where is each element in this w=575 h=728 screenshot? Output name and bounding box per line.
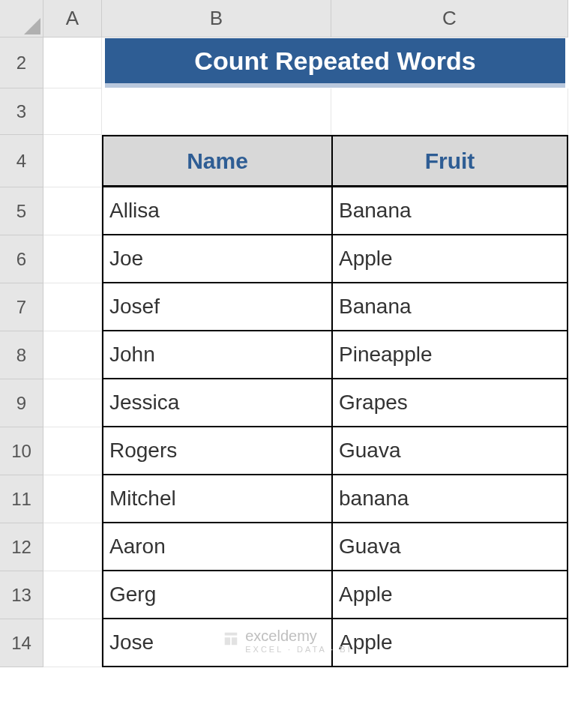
row-header-5[interactable]: 5 bbox=[0, 187, 43, 235]
table-row[interactable]: Banana bbox=[331, 283, 568, 331]
row-header-11[interactable]: 11 bbox=[0, 475, 43, 523]
cell-a12[interactable] bbox=[43, 523, 102, 571]
table-row[interactable]: Allisa bbox=[102, 187, 331, 235]
table-row[interactable]: Aaron bbox=[102, 523, 331, 571]
table-header-fruit[interactable]: Fruit bbox=[331, 135, 568, 187]
cell-c3[interactable] bbox=[331, 88, 568, 135]
column-header-b[interactable]: B bbox=[102, 0, 331, 37]
table-header-name[interactable]: Name bbox=[102, 135, 331, 187]
table-row[interactable]: Gerg bbox=[102, 571, 331, 619]
row-header-14[interactable]: 14 bbox=[0, 619, 43, 667]
row-header-9[interactable]: 9 bbox=[0, 379, 43, 427]
row-header-8[interactable]: 8 bbox=[0, 331, 43, 379]
row-header-4[interactable]: 4 bbox=[0, 135, 43, 187]
table-row[interactable]: Guava bbox=[331, 427, 568, 475]
table-row[interactable]: Apple bbox=[331, 619, 568, 667]
table-row[interactable]: Guava bbox=[331, 523, 568, 571]
table-row[interactable]: Josef bbox=[102, 283, 331, 331]
column-header-a[interactable]: A bbox=[43, 0, 102, 37]
spreadsheet: A B C 2 Count Repeated Words 3 4 Name Fr… bbox=[0, 0, 575, 667]
table-row[interactable]: banana bbox=[331, 475, 568, 523]
row-header-13[interactable]: 13 bbox=[0, 571, 43, 619]
table-row[interactable]: Apple bbox=[331, 235, 568, 283]
table-row[interactable]: Mitchel bbox=[102, 475, 331, 523]
table-row[interactable]: Pineapple bbox=[331, 331, 568, 379]
row-header-2[interactable]: 2 bbox=[0, 37, 43, 88]
table-row[interactable]: John bbox=[102, 331, 331, 379]
cell-a6[interactable] bbox=[43, 235, 102, 283]
table-row[interactable]: Jose bbox=[102, 619, 331, 667]
cell-a8[interactable] bbox=[43, 331, 102, 379]
cell-a13[interactable] bbox=[43, 571, 102, 619]
row-header-12[interactable]: 12 bbox=[0, 523, 43, 571]
column-header-c[interactable]: C bbox=[331, 0, 568, 37]
cell-a11[interactable] bbox=[43, 475, 102, 523]
cell-a5[interactable] bbox=[43, 187, 102, 235]
row-header-3[interactable]: 3 bbox=[0, 88, 43, 135]
cell-b3[interactable] bbox=[102, 88, 331, 135]
cell-a9[interactable] bbox=[43, 379, 102, 427]
row-header-10[interactable]: 10 bbox=[0, 427, 43, 475]
table-row[interactable]: Apple bbox=[331, 571, 568, 619]
cell-a10[interactable] bbox=[43, 427, 102, 475]
cell-a7[interactable] bbox=[43, 283, 102, 331]
page-title: Count Repeated Words bbox=[105, 38, 565, 88]
cell-a14[interactable] bbox=[43, 619, 102, 667]
table-row[interactable]: Jessica bbox=[102, 379, 331, 427]
table-row[interactable]: Rogers bbox=[102, 427, 331, 475]
select-all-corner[interactable] bbox=[0, 0, 43, 37]
cell-a3[interactable] bbox=[43, 88, 102, 135]
table-row[interactable]: Banana bbox=[331, 187, 568, 235]
title-cell[interactable]: Count Repeated Words bbox=[102, 37, 568, 88]
row-header-7[interactable]: 7 bbox=[0, 283, 43, 331]
row-header-6[interactable]: 6 bbox=[0, 235, 43, 283]
table-row[interactable]: Grapes bbox=[331, 379, 568, 427]
svg-marker-0 bbox=[24, 18, 40, 34]
cell-a4[interactable] bbox=[43, 135, 102, 187]
cell-a2[interactable] bbox=[43, 37, 102, 88]
table-row[interactable]: Joe bbox=[102, 235, 331, 283]
